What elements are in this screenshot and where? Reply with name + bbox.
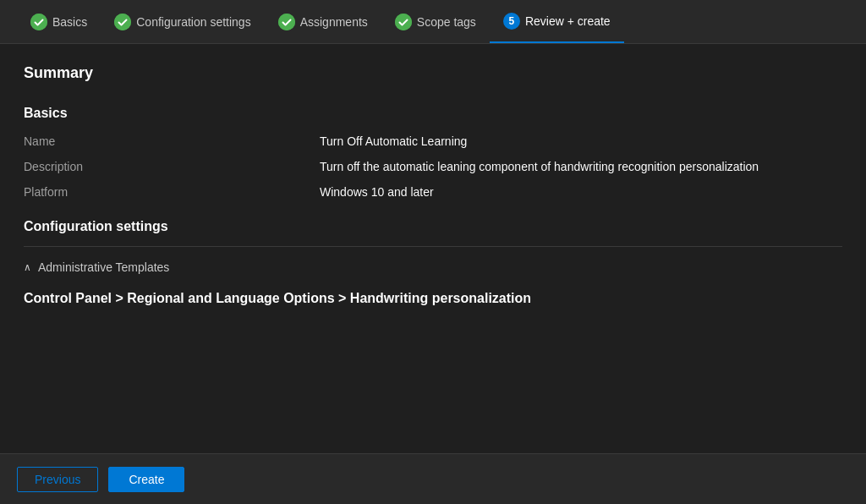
nav-step-scope-tags[interactable]: Scope tags [381,0,490,43]
create-button[interactable]: Create [108,467,184,492]
svg-point-3 [395,14,412,30]
basics-check-icon [30,14,47,30]
platform-field-row: Platform Windows 10 and later [24,185,842,199]
assignments-check-icon [278,14,295,30]
svg-point-2 [278,14,295,30]
scope-tags-check-icon [395,14,412,30]
nav-step-configuration-label: Configuration settings [136,15,250,29]
svg-point-1 [114,14,131,30]
name-field-row: Name Turn Off Automatic Learning [24,134,842,148]
config-settings-section-title: Configuration settings [24,219,842,234]
nav-step-scope-tags-label: Scope tags [417,15,476,29]
nav-step-basics[interactable]: Basics [17,0,101,43]
description-value: Turn off the automatic leaning component… [320,160,842,173]
previous-button[interactable]: Previous [17,467,98,492]
collapse-chevron-icon: ∧ [24,261,31,273]
review-create-number-icon: 5 [503,13,520,30]
description-field-row: Description Turn off the automatic leani… [24,160,842,173]
main-content: Summary Basics Name Turn Off Automatic L… [0,44,866,453]
nav-step-configuration-settings[interactable]: Configuration settings [101,0,264,43]
nav-step-assignments-label: Assignments [300,15,368,29]
nav-step-review-create-label: Review + create [525,14,611,28]
platform-value: Windows 10 and later [320,185,842,199]
svg-point-0 [30,14,47,30]
basics-section-title: Basics [24,106,842,121]
admin-templates-collapse-row[interactable]: ∧ Administrative Templates [24,260,842,274]
bottom-bar: Previous Create [0,453,866,504]
name-value: Turn Off Automatic Learning [320,134,842,148]
nav-step-assignments[interactable]: Assignments [265,0,381,43]
name-label: Name [24,134,320,148]
breadcrumb-path: Control Panel > Regional and Language Op… [24,288,842,310]
description-label: Description [24,160,320,173]
nav-step-basics-label: Basics [52,15,87,29]
summary-title: Summary [24,64,842,82]
configuration-check-icon [114,14,131,30]
config-divider [24,246,842,247]
nav-step-review-create[interactable]: 5 Review + create [490,0,624,43]
platform-label: Platform [24,185,320,199]
wizard-nav: Basics Configuration settings Assignment… [0,0,866,44]
admin-templates-label: Administrative Templates [38,260,169,274]
